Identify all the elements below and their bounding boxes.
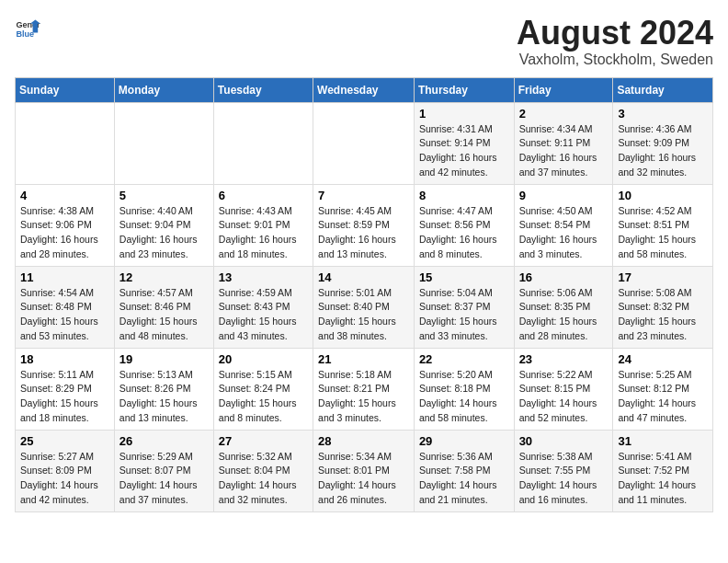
calendar-cell <box>114 102 213 184</box>
day-info: Sunrise: 5:06 AMSunset: 8:35 PMDaylight:… <box>519 287 597 341</box>
calendar-cell: 18Sunrise: 5:11 AMSunset: 8:29 PMDayligh… <box>16 348 115 430</box>
day-number: 27 <box>219 434 308 448</box>
day-info: Sunrise: 5:29 AMSunset: 8:07 PMDaylight:… <box>119 451 198 505</box>
calendar-cell: 20Sunrise: 5:15 AMSunset: 8:24 PMDayligh… <box>213 348 313 430</box>
header: General Blue August 2024 Vaxholm, Stockh… <box>15 15 713 68</box>
day-info: Sunrise: 5:38 AMSunset: 7:55 PMDaylight:… <box>519 451 597 505</box>
week-row-2: 4Sunrise: 4:38 AMSunset: 9:06 PMDaylight… <box>16 184 713 266</box>
calendar-cell: 6Sunrise: 4:43 AMSunset: 9:01 PMDaylight… <box>213 184 313 266</box>
day-number: 14 <box>318 270 409 284</box>
day-number: 18 <box>20 352 109 366</box>
day-info: Sunrise: 4:31 AMSunset: 9:14 PMDaylight:… <box>419 123 497 178</box>
day-info: Sunrise: 4:34 AMSunset: 9:11 PMDaylight:… <box>519 123 597 178</box>
day-info: Sunrise: 5:34 AMSunset: 8:01 PMDaylight:… <box>318 451 396 505</box>
calendar-cell: 4Sunrise: 4:38 AMSunset: 9:06 PMDaylight… <box>16 184 115 266</box>
day-header-saturday: Saturday <box>613 77 713 102</box>
day-number: 1 <box>419 107 509 121</box>
day-info: Sunrise: 5:20 AMSunset: 8:18 PMDaylight:… <box>419 369 497 423</box>
day-number: 29 <box>419 434 509 448</box>
day-number: 23 <box>519 352 609 366</box>
calendar-cell: 30Sunrise: 5:38 AMSunset: 7:55 PMDayligh… <box>514 430 613 511</box>
header-row: SundayMondayTuesdayWednesdayThursdayFrid… <box>16 77 713 102</box>
day-number: 13 <box>219 270 308 284</box>
title-area: August 2024 Vaxholm, Stockholm, Sweden <box>517 15 713 68</box>
day-info: Sunrise: 5:15 AMSunset: 8:24 PMDaylight:… <box>219 369 297 423</box>
day-header-friday: Friday <box>514 77 613 102</box>
day-number: 2 <box>519 107 609 121</box>
calendar-cell <box>313 102 415 184</box>
calendar-cell: 12Sunrise: 4:57 AMSunset: 8:46 PMDayligh… <box>114 266 213 348</box>
calendar-cell <box>16 102 115 184</box>
calendar-cell: 23Sunrise: 5:22 AMSunset: 8:15 PMDayligh… <box>514 348 613 430</box>
day-number: 31 <box>618 434 708 448</box>
calendar-cell: 31Sunrise: 5:41 AMSunset: 7:52 PMDayligh… <box>613 430 713 511</box>
day-number: 28 <box>318 434 409 448</box>
week-row-4: 18Sunrise: 5:11 AMSunset: 8:29 PMDayligh… <box>16 348 713 430</box>
day-info: Sunrise: 5:11 AMSunset: 8:29 PMDaylight:… <box>20 369 98 423</box>
day-number: 17 <box>618 270 708 284</box>
calendar-cell: 29Sunrise: 5:36 AMSunset: 7:58 PMDayligh… <box>414 430 514 511</box>
day-number: 12 <box>119 270 209 284</box>
day-info: Sunrise: 4:57 AMSunset: 8:46 PMDaylight:… <box>119 287 198 341</box>
day-info: Sunrise: 4:38 AMSunset: 9:06 PMDaylight:… <box>20 205 98 259</box>
calendar-cell: 27Sunrise: 5:32 AMSunset: 8:04 PMDayligh… <box>213 430 313 511</box>
week-row-1: 1Sunrise: 4:31 AMSunset: 9:14 PMDaylight… <box>16 102 713 184</box>
calendar-cell: 11Sunrise: 4:54 AMSunset: 8:48 PMDayligh… <box>16 266 115 348</box>
calendar-cell: 2Sunrise: 4:34 AMSunset: 9:11 PMDaylight… <box>514 102 613 184</box>
day-number: 9 <box>519 189 609 202</box>
day-info: Sunrise: 5:13 AMSunset: 8:26 PMDaylight:… <box>119 369 198 423</box>
week-row-5: 25Sunrise: 5:27 AMSunset: 8:09 PMDayligh… <box>16 430 713 511</box>
day-header-tuesday: Tuesday <box>213 77 313 102</box>
calendar-cell: 15Sunrise: 5:04 AMSunset: 8:37 PMDayligh… <box>414 266 514 348</box>
day-info: Sunrise: 4:52 AMSunset: 8:51 PMDaylight:… <box>618 205 696 259</box>
calendar-cell: 1Sunrise: 4:31 AMSunset: 9:14 PMDaylight… <box>414 102 514 184</box>
day-number: 25 <box>20 434 109 448</box>
day-number: 3 <box>618 107 708 121</box>
calendar-cell: 10Sunrise: 4:52 AMSunset: 8:51 PMDayligh… <box>613 184 713 266</box>
calendar-cell: 9Sunrise: 4:50 AMSunset: 8:54 PMDaylight… <box>514 184 613 266</box>
calendar-cell: 28Sunrise: 5:34 AMSunset: 8:01 PMDayligh… <box>313 430 415 511</box>
day-number: 19 <box>119 352 209 366</box>
day-info: Sunrise: 5:36 AMSunset: 7:58 PMDaylight:… <box>419 451 497 505</box>
calendar-table: SundayMondayTuesdayWednesdayThursdayFrid… <box>15 77 713 512</box>
day-info: Sunrise: 4:47 AMSunset: 8:56 PMDaylight:… <box>419 205 497 259</box>
svg-text:Blue: Blue <box>16 29 34 39</box>
day-number: 15 <box>419 270 509 284</box>
calendar-cell: 25Sunrise: 5:27 AMSunset: 8:09 PMDayligh… <box>16 430 115 511</box>
day-number: 20 <box>219 352 308 366</box>
day-number: 8 <box>419 189 509 202</box>
day-info: Sunrise: 4:59 AMSunset: 8:43 PMDaylight:… <box>219 287 297 341</box>
day-number: 5 <box>119 189 209 202</box>
day-info: Sunrise: 5:22 AMSunset: 8:15 PMDaylight:… <box>519 369 597 423</box>
day-info: Sunrise: 4:50 AMSunset: 8:54 PMDaylight:… <box>519 205 597 259</box>
logo-icon: General Blue <box>15 15 40 40</box>
day-info: Sunrise: 5:08 AMSunset: 8:32 PMDaylight:… <box>618 287 696 341</box>
calendar-cell: 24Sunrise: 5:25 AMSunset: 8:12 PMDayligh… <box>613 348 713 430</box>
day-info: Sunrise: 5:18 AMSunset: 8:21 PMDaylight:… <box>318 369 396 423</box>
day-info: Sunrise: 4:36 AMSunset: 9:09 PMDaylight:… <box>618 123 696 178</box>
day-header-thursday: Thursday <box>414 77 514 102</box>
calendar-cell: 26Sunrise: 5:29 AMSunset: 8:07 PMDayligh… <box>114 430 213 511</box>
calendar-cell: 8Sunrise: 4:47 AMSunset: 8:56 PMDaylight… <box>414 184 514 266</box>
calendar-cell: 7Sunrise: 4:45 AMSunset: 8:59 PMDaylight… <box>313 184 415 266</box>
day-info: Sunrise: 5:41 AMSunset: 7:52 PMDaylight:… <box>618 451 696 505</box>
day-info: Sunrise: 4:43 AMSunset: 9:01 PMDaylight:… <box>219 205 297 259</box>
logo: General Blue <box>15 15 40 40</box>
day-info: Sunrise: 4:40 AMSunset: 9:04 PMDaylight:… <box>119 205 198 259</box>
day-number: 4 <box>20 189 109 202</box>
main-title: August 2024 <box>517 15 713 52</box>
day-number: 24 <box>618 352 708 366</box>
calendar-cell: 13Sunrise: 4:59 AMSunset: 8:43 PMDayligh… <box>213 266 313 348</box>
day-info: Sunrise: 5:01 AMSunset: 8:40 PMDaylight:… <box>318 287 396 341</box>
day-number: 22 <box>419 352 509 366</box>
week-row-3: 11Sunrise: 4:54 AMSunset: 8:48 PMDayligh… <box>16 266 713 348</box>
day-info: Sunrise: 5:25 AMSunset: 8:12 PMDaylight:… <box>618 369 696 423</box>
day-number: 6 <box>219 189 308 202</box>
calendar-cell: 14Sunrise: 5:01 AMSunset: 8:40 PMDayligh… <box>313 266 415 348</box>
day-number: 11 <box>20 270 109 284</box>
calendar-cell: 22Sunrise: 5:20 AMSunset: 8:18 PMDayligh… <box>414 348 514 430</box>
day-header-wednesday: Wednesday <box>313 77 415 102</box>
subtitle: Vaxholm, Stockholm, Sweden <box>517 52 713 68</box>
day-number: 30 <box>519 434 609 448</box>
calendar-cell: 17Sunrise: 5:08 AMSunset: 8:32 PMDayligh… <box>613 266 713 348</box>
